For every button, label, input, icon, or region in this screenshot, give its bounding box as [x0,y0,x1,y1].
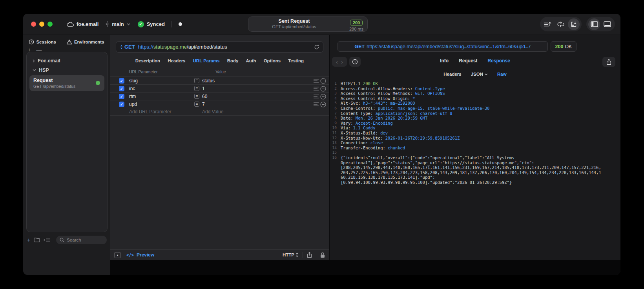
sent-request-status-pill[interactable]: Sent Request GET /api/embed/status 200 2… [248,16,368,32]
cloud-icon [67,22,74,27]
close-window-button[interactable] [31,22,36,27]
add-param-placeholder[interactable]: Add URL Parameter [129,109,171,115]
header-key: Cache-Control: [341,106,378,111]
view-options-button[interactable] [44,238,50,242]
sent-request-url[interactable]: GET https://statuspage.me/api/embed/stat… [338,41,548,52]
toggle-sidebar-button[interactable] [588,18,600,30]
add-value-placeholder[interactable]: Add Value [202,109,224,115]
tab-request[interactable]: Request [459,58,477,64]
url-path: /api/embed/status [187,44,227,50]
param-checkbox[interactable]: ✓ [119,102,124,107]
remove-param-button[interactable] [320,94,326,100]
param-value[interactable]: 7 [202,102,205,107]
param-checkbox[interactable]: ✓ [119,86,124,91]
response-url: https://statuspage.me/api/embed/status?s… [367,44,531,49]
titlebar-actions [540,17,615,31]
toggle-bottom-panel-button[interactable] [601,18,613,30]
table-row[interactable]: ✓ rtm = 60 [110,92,329,100]
remove-param-button[interactable] [320,86,326,92]
subtab-json[interactable]: JSON [471,72,488,76]
response-body[interactable]: 1HTTP/1.1 200 OK 2Access-Control-Allow-H… [330,81,620,185]
table-row[interactable]: ✓ upd = 7 [110,100,329,108]
sync-status-label[interactable]: Synced [147,21,165,27]
tab-sessions[interactable]: Sessions [29,39,56,45]
table-row[interactable]: ✓ slug = status [110,76,329,84]
param-name[interactable]: upd [129,102,137,107]
param-value[interactable]: 1 [202,86,205,91]
tab-testing[interactable]: Testing [288,58,304,63]
tab-url-params[interactable]: URL Params [193,58,220,63]
param-menu-icon[interactable] [314,102,319,106]
tab-info[interactable]: Info [440,58,449,64]
collapse-panel-button[interactable]: ▲ [114,252,121,258]
line-number: 12 [330,136,341,141]
send-request-button[interactable] [314,44,319,50]
share-response-button[interactable] [602,57,615,67]
tree-group-foe-email[interactable]: Foe.email [29,56,104,65]
tab-environments-label: Environments [74,40,104,44]
search-input[interactable]: Search [56,236,107,244]
param-name[interactable]: inc [129,86,135,91]
header-value: chunked [388,145,405,151]
tab-description[interactable]: Description [135,58,160,63]
subtab-raw[interactable]: Raw [497,72,507,76]
request-list-button[interactable] [542,18,554,30]
lock-button[interactable] [320,252,325,258]
response-method: GET [354,44,365,49]
request-url-bar[interactable]: GET https://statuspage.me/api/embed/stat… [116,41,323,53]
param-name[interactable]: rtm [129,94,136,99]
tab-options[interactable]: Options [264,58,281,63]
tab-response[interactable]: Response [487,58,510,64]
project-group: foe.email main ✓ Synced [67,21,182,27]
header-value: * [412,96,415,101]
tab-auth[interactable]: Auth [246,58,256,63]
header-value: public, max-age=15, stale-while-revalida… [378,106,489,111]
main-content: Sessions Environments + — Foe [23,35,620,275]
header-key: Date: [341,116,356,121]
project-name[interactable]: foe.email [77,21,99,27]
request-method[interactable]: GET [124,44,135,50]
tab-body[interactable]: Body [227,58,239,63]
remove-param-button[interactable] [320,102,326,107]
zoom-window-button[interactable] [47,22,53,27]
tab-headers[interactable]: Headers [168,58,185,63]
sent-request-title: Sent Request [248,18,340,24]
export-button[interactable] [307,252,312,258]
param-value[interactable]: status [202,78,215,84]
import-export-button[interactable] [568,18,580,30]
param-value[interactable]: 60 [202,94,207,99]
subtab-headers[interactable]: Headers [443,72,461,76]
code-icon: </> [126,253,134,257]
line-number: 11 [330,131,341,136]
add-folder-button[interactable] [34,237,40,242]
tree-group-hsp[interactable]: HSP [29,65,104,75]
sessions-clock-icon [29,39,34,45]
sidebar-item-request[interactable]: Request GET /api/embed/status [29,75,104,91]
app-window: foe.email main ✓ Synced Sent Request GET… [23,14,620,275]
titlebar-divider [171,21,172,27]
folder-icon [34,237,40,242]
param-checkbox[interactable]: ✓ [119,78,124,84]
tab-environments[interactable]: Environments [66,39,104,45]
header-key: Transfer-Encoding: [341,145,388,151]
request-status-dot [96,81,100,85]
param-menu-icon[interactable] [314,95,319,98]
table-row[interactable]: ✓ inc = 1 [110,84,329,92]
header-key: X-Status-Build: [341,131,380,136]
param-menu-icon[interactable] [314,87,319,91]
json-body-line: Operational"},"page":"status","page_url"… [341,160,534,165]
add-param-row[interactable]: Add URL Parameter Add Value [110,108,329,116]
method-selector-icon[interactable] [120,45,123,49]
format-selector[interactable]: HTTP [283,253,299,257]
param-name[interactable]: slug [129,78,138,84]
sync-loop-button[interactable] [555,18,567,30]
response-status-badge: 200 OK [551,41,576,52]
param-checkbox[interactable]: ✓ [119,94,124,99]
remove-param-button[interactable] [320,78,326,84]
minimize-window-button[interactable] [39,22,44,27]
preview-button[interactable]: </> Preview [126,252,154,258]
branch-name[interactable]: main [112,21,124,27]
param-menu-icon[interactable] [314,79,319,83]
request-url[interactable]: https://statuspage.me/api/embed/status [138,44,227,50]
add-request-button[interactable]: + [27,237,30,243]
